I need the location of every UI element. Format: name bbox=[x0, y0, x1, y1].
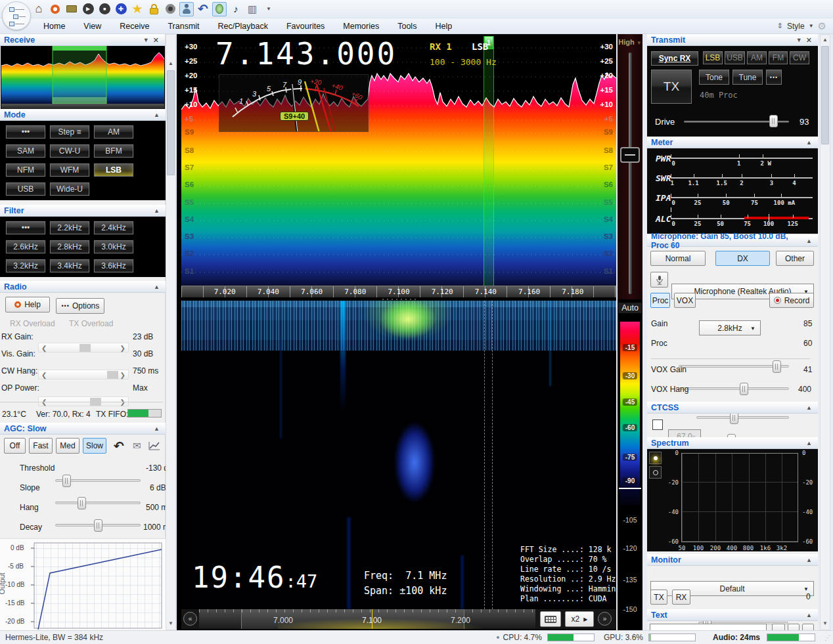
rx-gain-slider[interactable]: ❮❯ bbox=[38, 343, 129, 353]
receive-panel-menu-icon[interactable]: ▼ bbox=[141, 37, 151, 43]
filter-button[interactable]: 2.6kHz bbox=[6, 240, 45, 253]
monitor-tx-button[interactable]: TX bbox=[650, 590, 667, 605]
mode-button-cwu[interactable]: CW-U bbox=[50, 144, 89, 158]
menu-favourites[interactable]: Favourites bbox=[277, 22, 334, 31]
mic-gain-slider[interactable] bbox=[679, 365, 789, 368]
tx-mode-am[interactable]: AM bbox=[747, 51, 767, 64]
nav-track[interactable]: 7.000 7.100 7.200 bbox=[199, 609, 535, 629]
filter-button[interactable]: 2.2kHz bbox=[50, 221, 89, 234]
tx-spectrum-source2-radio[interactable] bbox=[649, 466, 662, 479]
mode-button-lsb[interactable]: LSB bbox=[94, 163, 133, 177]
mic-profile-normal[interactable]: Normal bbox=[650, 251, 706, 266]
frequency-scale[interactable]: 7.020 7.040 7.060 7.080 7.100 7.120 7.14… bbox=[181, 286, 616, 297]
vox-toggle-button[interactable]: VOX bbox=[674, 293, 696, 308]
vis-gain-thumb[interactable] bbox=[107, 371, 118, 379]
radio-collapse-icon[interactable]: ▲ bbox=[152, 284, 162, 290]
tx-mode-cw[interactable]: CW bbox=[790, 51, 809, 64]
tx-button[interactable]: TX bbox=[651, 70, 692, 104]
waterfall-auto-button[interactable]: Auto bbox=[618, 303, 642, 313]
mic-select-button[interactable] bbox=[650, 272, 668, 288]
menu-view[interactable]: View bbox=[74, 22, 110, 31]
spectrum-display[interactable]: +30 +25 +20 +15 +10 +5 S9 S8 S7 S6 S5 S4… bbox=[181, 36, 616, 286]
tx-more-button[interactable]: ••• bbox=[766, 70, 782, 85]
agc-envelope-icon[interactable]: ✉ bbox=[133, 440, 141, 452]
collapse-ribbon-icon[interactable]: ⇕ bbox=[777, 22, 783, 30]
drive-thumb[interactable] bbox=[769, 115, 778, 127]
gain-slider-handle[interactable] bbox=[620, 147, 640, 163]
scrollbar-thumb[interactable] bbox=[167, 70, 175, 175]
radio-options-button[interactable]: •••Options bbox=[56, 298, 104, 314]
drive-slider[interactable] bbox=[684, 121, 789, 123]
tone-button[interactable]: Tone bbox=[699, 70, 729, 85]
receive-panel-close-icon[interactable]: ✕ bbox=[151, 36, 161, 45]
nav-right-icon[interactable]: » bbox=[598, 612, 612, 626]
meter-collapse-icon[interactable]: ▲ bbox=[804, 139, 814, 146]
undo-icon[interactable]: ↶ bbox=[196, 2, 210, 16]
frequency-readout[interactable]: 7.143.000 bbox=[215, 36, 397, 72]
scrollbar-thumb[interactable] bbox=[821, 46, 829, 144]
scroll-up-icon[interactable]: ▲ bbox=[821, 35, 830, 45]
transmit-panel-close-icon[interactable]: ✕ bbox=[804, 36, 814, 45]
transmit-panel-menu-icon[interactable]: ▼ bbox=[794, 37, 804, 43]
monitor-rx-button[interactable]: RX bbox=[672, 590, 690, 605]
keyboard-entry-button[interactable] bbox=[540, 611, 561, 627]
tx-spectrum-collapse-icon[interactable]: ▲ bbox=[804, 440, 814, 446]
scroll-down-icon[interactable]: ▼ bbox=[821, 618, 830, 628]
microphone-collapse-icon[interactable]: ▲ bbox=[804, 238, 814, 244]
mixer-icon[interactable]: ▥ bbox=[245, 2, 259, 16]
rx-gain-thumb[interactable] bbox=[79, 344, 91, 352]
agc-med-button[interactable]: Med bbox=[56, 438, 79, 454]
gain-slider-track[interactable] bbox=[629, 53, 632, 294]
scroll-up-icon[interactable]: ▲ bbox=[166, 58, 175, 68]
mode-button-wideu[interactable]: Wide-U bbox=[50, 182, 89, 196]
menu-tools[interactable]: Tools bbox=[388, 22, 426, 31]
mic-profile-dx[interactable]: DX bbox=[715, 251, 770, 266]
menu-receive[interactable]: Receive bbox=[110, 22, 158, 31]
agc-hang-slider[interactable] bbox=[55, 524, 141, 526]
mode-button-bfm[interactable]: BFM bbox=[94, 144, 133, 158]
mode-button-sam[interactable]: SAM bbox=[6, 144, 45, 158]
menu-transmit[interactable]: Transmit bbox=[158, 22, 208, 31]
mic-gain-thumb[interactable] bbox=[773, 360, 781, 373]
mode-button-wfm[interactable]: WFM bbox=[50, 163, 89, 177]
filter-button[interactable]: 3.4kHz bbox=[50, 259, 89, 272]
play-icon[interactable]: ▶ bbox=[81, 2, 95, 16]
mode-button-usb[interactable]: USB bbox=[6, 182, 45, 196]
menu-help[interactable]: Help bbox=[426, 22, 461, 31]
record-green-icon[interactable] bbox=[212, 2, 227, 16]
folder-icon[interactable] bbox=[64, 2, 79, 16]
zoom-button[interactable]: x2▶ bbox=[565, 611, 594, 627]
menu-home[interactable]: Home bbox=[34, 22, 74, 31]
nav-left-icon[interactable]: « bbox=[183, 612, 197, 626]
tx-mode-lsb[interactable]: LSB bbox=[703, 51, 723, 64]
mic-proc-slider[interactable] bbox=[679, 387, 789, 390]
filter-button[interactable]: 3.6kHz bbox=[94, 259, 133, 272]
filter-button[interactable]: 2.8kHz bbox=[50, 240, 89, 253]
filter-button-more[interactable]: ••• bbox=[6, 221, 45, 234]
colorbar-floor-marker[interactable] bbox=[619, 488, 641, 489]
settings-gear-icon[interactable]: ⚙ bbox=[818, 20, 826, 32]
mode-button-step[interactable]: Step ≡ bbox=[50, 125, 89, 139]
mode-button-am[interactable]: AM bbox=[94, 125, 133, 139]
filter-collapse-icon[interactable]: ▲ bbox=[152, 207, 162, 214]
agc-hang-thumb[interactable] bbox=[94, 519, 102, 532]
mode-collapse-icon[interactable]: ▲ bbox=[152, 112, 162, 118]
filter-button[interactable]: 2.4kHz bbox=[94, 221, 133, 234]
sync-rx-button[interactable]: Sync RX bbox=[651, 51, 698, 66]
agc-threshold-slider[interactable] bbox=[55, 479, 141, 482]
agc-chart-icon[interactable] bbox=[148, 441, 160, 450]
snapshot-icon[interactable] bbox=[163, 2, 177, 16]
tx-mode-fm[interactable]: FM bbox=[769, 51, 788, 64]
waterfall-display[interactable]: 19:46:47 Freq: 7.1 MHz Span: ±100 kHz FF… bbox=[181, 301, 616, 609]
proc-toggle-button[interactable]: Proc bbox=[650, 293, 670, 308]
menu-rec-playback[interactable]: Rec/Playback bbox=[209, 22, 277, 31]
agc-off-button[interactable]: Off bbox=[4, 438, 26, 454]
toolbar-more-icon[interactable]: ▼ bbox=[261, 2, 276, 16]
mode-button-more[interactable]: ••• bbox=[6, 125, 45, 139]
tx-spectrum-source1-radio[interactable] bbox=[649, 452, 662, 464]
right-panel-scrollbar[interactable]: ▲ ▼ bbox=[820, 34, 830, 630]
person-icon[interactable] bbox=[179, 2, 194, 16]
add-icon[interactable]: ✚ bbox=[114, 2, 128, 16]
agc-fast-button[interactable]: Fast bbox=[29, 438, 53, 454]
gain-range-dropdown[interactable]: High ▼ bbox=[618, 34, 642, 46]
